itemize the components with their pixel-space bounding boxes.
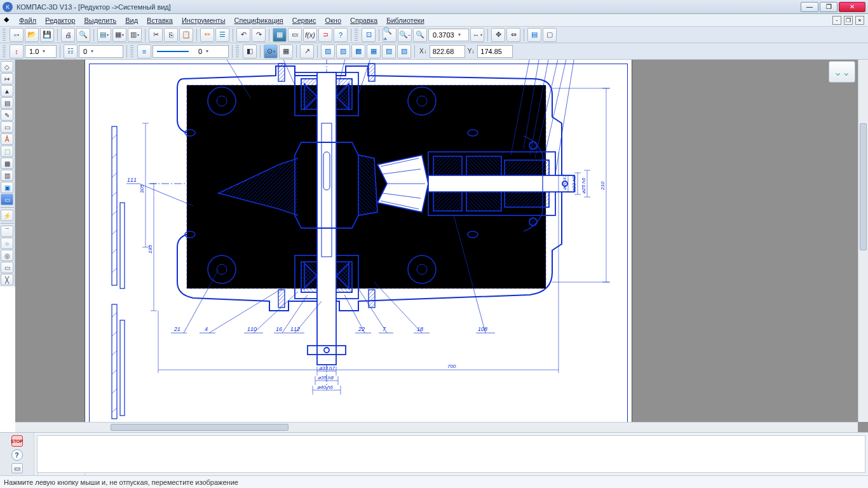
svg-line-135 [112, 370, 117, 374]
views-tool[interactable]: ▭ [1, 194, 13, 205]
grid-button[interactable]: ▦ [279, 44, 293, 58]
ortho-button[interactable]: ◧ [243, 44, 257, 58]
mdi-minimize[interactable]: - [832, 16, 841, 25]
rect-tool[interactable]: ▭ [1, 262, 13, 273]
brush-button[interactable]: ✏ [200, 28, 214, 42]
new-button[interactable]: ▫▾ [10, 28, 24, 42]
spec-button[interactable]: ▦▾ [112, 28, 126, 42]
hatch-6-button[interactable]: ▧ [397, 44, 411, 58]
x-coord-input[interactable] [430, 45, 465, 58]
mdi-restore[interactable]: ❐ [844, 16, 853, 25]
maximize-button[interactable]: ❐ [820, 2, 837, 12]
menu-editor[interactable]: Редактор [41, 15, 79, 25]
menu-file[interactable]: Файл [15, 15, 40, 25]
close-button[interactable]: ✕ [839, 2, 865, 12]
undo-button[interactable]: ↶ [236, 28, 250, 42]
menu-tools[interactable]: Инструменты [178, 15, 229, 25]
scrollbar-vertical[interactable] [858, 60, 868, 422]
scrollbar-horizontal[interactable] [15, 422, 858, 432]
menu-service[interactable]: Сервис [288, 15, 320, 25]
local-cs-button[interactable]: ↗ [300, 44, 314, 58]
layer-button[interactable]: ☷ [64, 44, 78, 58]
edit-tool[interactable]: ✎ [1, 109, 13, 121]
properties-button[interactable]: ☰ [215, 28, 229, 42]
menu-insert[interactable]: Вставка [143, 15, 177, 25]
hatch-2-button[interactable]: ▧ [336, 44, 350, 58]
panel-option-button[interactable]: ▭ [11, 463, 23, 473]
geometry-tool[interactable]: ◇ [1, 61, 13, 72]
svg-text:108: 108 [478, 326, 487, 332]
menu-view[interactable]: Вид [121, 15, 142, 25]
save-button[interactable]: 💾 [40, 28, 54, 42]
zoom-window-button[interactable]: 🔍 [413, 28, 427, 42]
toolbar-handle[interactable] [3, 45, 6, 58]
prop-button[interactable]: ▥▾ [128, 28, 142, 42]
select-tool[interactable]: ⬚ [1, 146, 13, 157]
zoom-prev-button[interactable]: ↔▾ [470, 28, 484, 42]
menu-select[interactable]: Выделить [80, 15, 120, 25]
magnet-button[interactable]: ⊃ [318, 28, 332, 42]
zoom-fit-button[interactable]: ⊡ [362, 28, 376, 42]
measure-tool[interactable]: Å [1, 133, 13, 145]
insert-tool[interactable]: ▣ [1, 182, 13, 193]
pan-button[interactable]: ✥ [491, 28, 505, 42]
menu-spec[interactable]: Спецификация [231, 15, 287, 25]
rebuild-button[interactable]: ▤ [527, 28, 541, 42]
vars-button[interactable]: ▭ [288, 28, 302, 42]
aux-tool[interactable]: ╳ [1, 274, 13, 285]
hatch-1-button[interactable]: ▨ [321, 44, 335, 58]
copy-button[interactable]: ⎘ [164, 28, 178, 42]
toolbar-standard: ▫▾ 📂 💾 🖨 🔍 ▤▾ ▦▾ ▥▾ ✂ ⎘ 📋 ✏ ☰ ↶ ↷ ▦ ▭ f(… [0, 27, 868, 43]
y-coord-input[interactable] [477, 45, 513, 58]
layer-dropdown[interactable]: 0 [79, 45, 123, 58]
context-help-button[interactable]: ? [11, 449, 23, 461]
panel-collapse-button[interactable]: ⌄⌄ [829, 61, 855, 83]
manager-button[interactable]: ▦ [273, 28, 287, 42]
toolbar-handle[interactable] [236, 45, 239, 58]
hatch-3-button[interactable]: ▩ [351, 44, 365, 58]
reports-tool[interactable]: ▥ [1, 170, 13, 181]
mdi-close[interactable]: × [855, 16, 864, 25]
param-tool[interactable]: ▭ [1, 121, 13, 133]
minimize-button[interactable]: — [801, 2, 818, 12]
snap-button[interactable]: ⊙▾ [264, 44, 278, 58]
toolbar-handle[interactable] [3, 29, 6, 41]
paste-button[interactable]: 📋 [179, 28, 193, 42]
ring-tool[interactable]: ◎ [1, 250, 13, 261]
zoom-out-button[interactable]: 🔍- [398, 28, 412, 42]
menu-window[interactable]: Окно [321, 15, 345, 25]
hatch-4-button[interactable]: ▦ [367, 44, 381, 58]
text-tool[interactable]: ▤ [1, 97, 13, 109]
snap-step-button[interactable]: ↕ [10, 44, 24, 58]
preview-button[interactable]: 🔍 [76, 28, 90, 42]
linestyle-dropdown[interactable]: 0 [153, 45, 229, 58]
fx-button[interactable]: f(x) [303, 28, 317, 42]
hatch-5-button[interactable]: ▨ [382, 44, 396, 58]
step-input[interactable]: 1.0 [25, 45, 57, 58]
spec-tool[interactable]: ▦ [1, 158, 13, 169]
print-button[interactable]: 🖨 [61, 28, 75, 42]
menu-help[interactable]: Справка [346, 15, 381, 25]
open-button[interactable]: 📂 [25, 28, 39, 42]
dimension-tool[interactable]: ↦ [1, 73, 13, 85]
redraw-button[interactable]: ▢ [543, 28, 557, 42]
curve-tool[interactable]: ⌒ [1, 226, 13, 237]
redo-button[interactable]: ↷ [252, 28, 266, 42]
symbols-tool[interactable]: ▲ [1, 85, 13, 97]
zoom-value-dropdown[interactable]: 0.3703 [428, 29, 469, 41]
toolbar-compact: ◇ ↦ ▲ ▤ ✎ ▭ Å ⬚ ▦ ▥ ▣ ▭ ⚡ ⌒ ○ ◎ ▭ ╳ [0, 60, 15, 287]
drawing-canvas[interactable]: 111 21 4 110 16 112 22 7 18 108 ⌀33 h7 ⌀… [15, 60, 868, 432]
stop-button[interactable]: STOP [11, 435, 23, 447]
toolbar-handle[interactable] [355, 29, 358, 41]
cut-button[interactable]: ✂ [149, 28, 163, 42]
menu-libs[interactable]: Библиотеки [383, 15, 428, 25]
zoom-in-button[interactable]: 🔍+ [383, 28, 397, 42]
lib-button[interactable]: ▤▾ [97, 28, 111, 42]
command-input-area[interactable]: Сдвинуть [37, 435, 865, 473]
scroll-button[interactable]: ⇔ [506, 28, 520, 42]
circle-tool[interactable]: ○ [1, 238, 13, 249]
toolbar-handle[interactable] [130, 45, 133, 58]
help-button[interactable]: ? [334, 28, 348, 42]
linestyle-button[interactable]: ≡ [137, 44, 151, 58]
shaft-tool[interactable]: ⚡ [1, 210, 13, 221]
